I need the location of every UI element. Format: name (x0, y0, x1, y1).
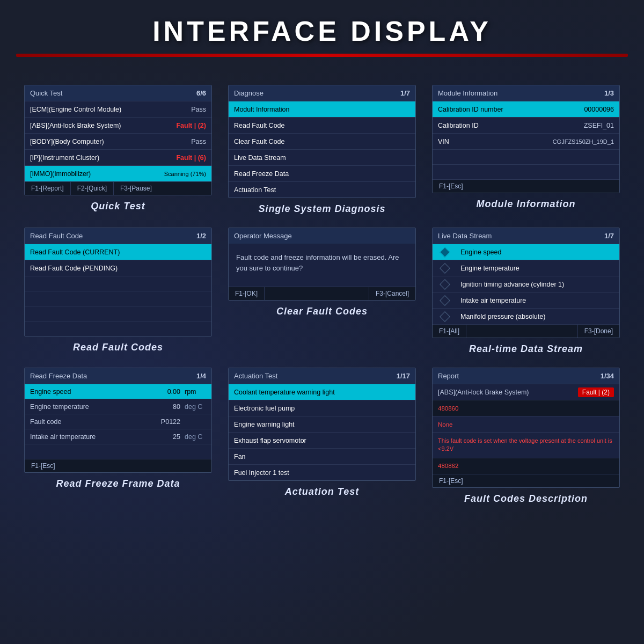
report-system-row[interactable]: [ABS](Anti-lock Brake System) Fault | (2… (433, 384, 619, 400)
diagnose-label-3: Live Data Stream (229, 151, 415, 164)
freeze-data-page: 1/4 (196, 372, 206, 380)
diamond-1 (433, 265, 455, 272)
module-info-title: Module Information (438, 89, 497, 97)
diagnose-row-5[interactable]: Actuation Test (229, 181, 415, 197)
freeze-unit-2 (185, 420, 211, 424)
actuation-row-0[interactable]: Coolant temperature warning light (229, 384, 415, 400)
report-desc-1: None (433, 419, 458, 430)
read-fault-cell: Read Fault Code 1/2 Read Fault Code (CUR… (16, 221, 220, 361)
actuation-cell: Actuation Test 1/17 Coolant temperature … (220, 361, 424, 511)
quick-test-row-3[interactable]: [IP](Instrument Cluster) Fault | (6) (25, 149, 211, 165)
quick-test-title: Quick Test (30, 89, 62, 97)
report-code-0[interactable]: 480860 (433, 400, 619, 416)
quick-test-footer: F1-[Report] F2-[Quick] F3-[Pause] (25, 181, 211, 195)
module-info-panel: Module Information 1/3 Calibration ID nu… (432, 85, 620, 193)
quick-test-row-1[interactable]: [ABS](Anti-lock Brake System) Fault | (2… (25, 117, 211, 133)
quick-test-f3[interactable]: F3-[Pause] (114, 182, 158, 195)
live-data-label-2: Ignition timing advance (cylinder 1) (455, 278, 619, 291)
quick-test-row-0[interactable]: [ECM](Engine Control Module) Pass (25, 101, 211, 117)
diamond-0 (433, 248, 455, 256)
quick-test-cell: Quick Test 6/6 [ECM](Engine Control Modu… (16, 78, 220, 221)
quick-test-caption: Quick Test (91, 201, 145, 212)
live-data-row-1[interactable]: Engine temperature (433, 260, 619, 276)
diagnose-row-2[interactable]: Clear Fault Code (229, 133, 415, 149)
actuation-row-5[interactable]: Fuel Injector 1 test (229, 464, 415, 480)
clear-fault-message: Fault code and freeze information will b… (229, 244, 415, 287)
read-fault-label-1: Read Fault Code (PENDING) (25, 262, 211, 275)
clear-fault-title: Operator Message (234, 232, 292, 240)
actuation-label-4: Fan (229, 450, 415, 463)
clear-fault-cell: Operator Message Fault code and freeze i… (220, 221, 424, 361)
freeze-row-3[interactable]: Intake air temperature 25 deg C (25, 429, 211, 444)
read-fault-row-0[interactable]: Read Fault Code (CURRENT) (25, 244, 211, 260)
live-data-header: Live Data Stream 1/7 (433, 228, 619, 244)
quick-test-value-1: Fault | (2) (169, 119, 211, 132)
header-bar (16, 54, 628, 57)
module-info-row-1[interactable]: Calibration ID ZSEFI_01 (433, 117, 619, 133)
quick-test-row-2[interactable]: [BODY](Body Computer) Pass (25, 133, 211, 149)
actuation-title: Actuation Test (234, 372, 277, 380)
report-page: 1/34 (601, 372, 614, 380)
diagnose-label-1: Read Fault Code (229, 119, 415, 132)
diagnose-row-4[interactable]: Read Freeze Data (229, 165, 415, 181)
actuation-row-4[interactable]: Fan (229, 448, 415, 464)
quick-test-value-3: Fault | (6) (169, 151, 211, 164)
live-data-row-0[interactable]: Engine speed (433, 244, 619, 260)
live-data-f1[interactable]: F1-[All] (433, 325, 466, 338)
live-data-f3[interactable]: F3-[Done] (578, 325, 619, 338)
freeze-row-0[interactable]: Engine speed 0.00 rpm (25, 384, 211, 399)
module-info-label-2: VIN (433, 135, 547, 148)
module-info-row-2[interactable]: VIN CGJFZS150ZH_19D_1 (433, 133, 619, 149)
clear-fault-f1[interactable]: F1-[OK] (229, 287, 265, 300)
report-code-1: None (433, 416, 619, 432)
module-info-row-0[interactable]: Calibration ID number 00000096 (433, 101, 619, 117)
diagnose-row-0[interactable]: Modult Information (229, 101, 415, 117)
live-data-panel: Live Data Stream 1/7 Engine speed Engine… (432, 228, 620, 338)
freeze-unit-1: deg C (185, 401, 211, 413)
actuation-label-1: Electronic fuel pump (229, 402, 415, 415)
actuation-row-3[interactable]: Exhaust flap servomotor (229, 432, 415, 448)
module-info-f1[interactable]: F1-[Esc] (433, 180, 470, 193)
diamond-3 (433, 297, 455, 304)
live-data-label-0: Engine speed (455, 246, 619, 259)
actuation-row-2[interactable]: Engine warning light (229, 416, 415, 432)
freeze-row-2[interactable]: Fault code P0122 (25, 414, 211, 429)
quick-test-value-4: Scanning (71%) (159, 168, 211, 180)
read-fault-row-1[interactable]: Read Fault Code (PENDING) (25, 260, 211, 276)
quick-test-f1[interactable]: F1-[Report] (25, 182, 71, 195)
report-code-text-3: 480862 (433, 460, 464, 471)
quick-test-label-3: [IP](Instrument Cluster) (25, 151, 169, 164)
live-data-page: 1/7 (604, 232, 614, 240)
actuation-panel: Actuation Test 1/17 Coolant temperature … (228, 368, 416, 481)
live-data-label-3: Intake air temperature (455, 294, 619, 307)
quick-test-f2[interactable]: F2-[Quick] (71, 182, 114, 195)
diagnose-row-3[interactable]: Live Data Stream (229, 149, 415, 165)
quick-test-value-2: Pass (169, 135, 211, 148)
diagnose-label-0: Modult Information (229, 103, 415, 116)
module-info-caption: Module Information (477, 199, 576, 210)
report-f1[interactable]: F1-[Esc] (433, 474, 470, 487)
quick-test-value-0: Pass (169, 103, 211, 116)
live-data-row-2[interactable]: Ignition timing advance (cylinder 1) (433, 276, 619, 292)
live-data-row-3[interactable]: Intake air temperature (433, 292, 619, 308)
module-info-cell: Module Information 1/3 Calibration ID nu… (424, 78, 628, 221)
freeze-row-1[interactable]: Engine temperature 80 deg C (25, 399, 211, 414)
diagnose-row-1[interactable]: Read Fault Code (229, 117, 415, 133)
actuation-row-1[interactable]: Electronic fuel pump (229, 400, 415, 416)
report-code-3[interactable]: 480862 (433, 458, 619, 474)
clear-fault-f3[interactable]: F3-[Cancel] (369, 287, 415, 300)
freeze-data-header: Read Freeze Data 1/4 (25, 368, 211, 384)
module-info-value-0: 00000096 (555, 103, 619, 116)
live-data-caption: Real-time Data Stream (469, 343, 583, 355)
freeze-label-3: Intake air temperature (25, 431, 152, 443)
diagnose-label-2: Clear Fault Code (229, 135, 415, 148)
report-code-text-0: 480860 (433, 403, 464, 414)
report-footer: F1-[Esc] (433, 474, 619, 487)
freeze-data-f1[interactable]: F1-[Esc] (25, 459, 62, 472)
freeze-data-panel: Read Freeze Data 1/4 Engine speed 0.00 r… (24, 368, 212, 473)
quick-test-row-4[interactable]: [IMMO](Immobilizer) Scanning (71%) (25, 165, 211, 181)
page-header: INTERFACE DISPLAY (0, 0, 644, 62)
diagnose-cell: Diagnose 1/7 Modult Information Read Fau… (220, 78, 424, 221)
live-data-row-4[interactable]: Manifold pressure (absolute) (433, 308, 619, 324)
live-data-label-1: Engine temperature (455, 262, 619, 275)
